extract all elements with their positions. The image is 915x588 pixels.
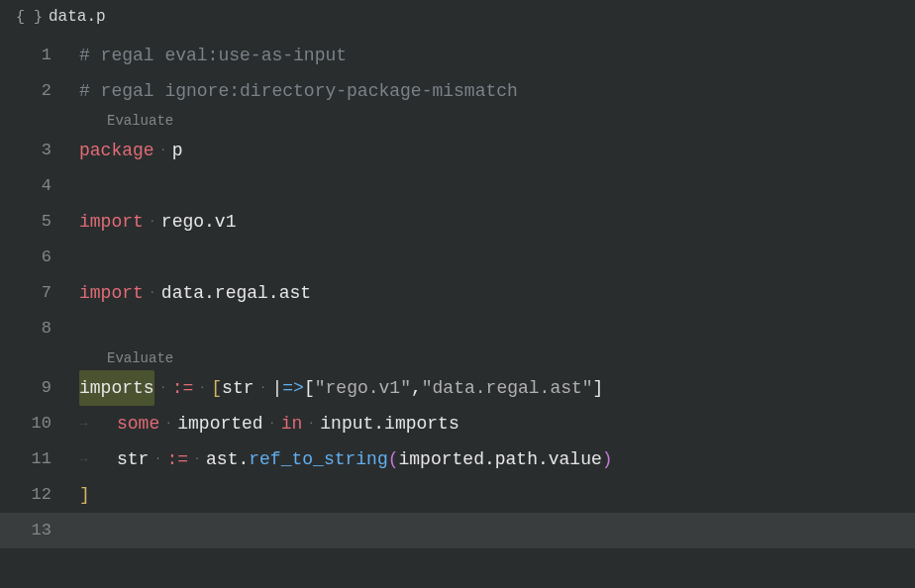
keyword-in: in bbox=[281, 406, 303, 441]
var: str bbox=[222, 370, 254, 406]
result-open: [ bbox=[304, 370, 315, 406]
braces-icon: { } bbox=[16, 9, 43, 26]
keyword-import: import bbox=[79, 275, 144, 311]
paren-close: ) bbox=[602, 441, 613, 477]
paren-open: ( bbox=[388, 441, 399, 477]
code-line: 1 # regal eval:use-as-input bbox=[0, 38, 915, 73]
line-number: 4 bbox=[0, 168, 79, 204]
bracket-close: ] bbox=[79, 477, 90, 513]
indent-guide: → bbox=[79, 441, 117, 477]
code-line: 6 bbox=[0, 240, 915, 275]
comment-text: # regal eval:use-as-input bbox=[79, 38, 347, 73]
keyword-import: import bbox=[79, 204, 144, 240]
file-tab[interactable]: { } data.p bbox=[8, 4, 114, 30]
indent-guide: → bbox=[79, 406, 117, 441]
code-line: 9 imports · := · [str · | => ["rego.v1",… bbox=[0, 370, 915, 406]
import-path: data.regal.ast bbox=[161, 275, 311, 311]
bracket-open: [ bbox=[211, 370, 222, 406]
line-number: 1 bbox=[0, 38, 79, 73]
ref: input.imports bbox=[320, 406, 458, 441]
tab-bar: { } data.p bbox=[0, 0, 915, 34]
assign-op: := bbox=[172, 370, 194, 406]
keyword-some: some bbox=[117, 406, 159, 441]
code-line-current: 13 bbox=[0, 513, 915, 548]
codelens-row: Evaluate bbox=[0, 109, 915, 133]
code-line: 3 package · p bbox=[0, 133, 915, 168]
line-number: 6 bbox=[0, 240, 79, 275]
obj-ref: ast. bbox=[206, 441, 249, 477]
codelens-evaluate[interactable]: Evaluate bbox=[79, 346, 173, 370]
line-number: 7 bbox=[0, 275, 79, 311]
rule-name: imports bbox=[79, 370, 154, 406]
line-number: 5 bbox=[0, 204, 79, 240]
code-line: 7 import · data.regal.ast bbox=[0, 275, 915, 311]
tab-filename: data.p bbox=[49, 8, 106, 26]
line-number: 3 bbox=[0, 133, 79, 168]
code-line: 5 import · rego.v1 bbox=[0, 204, 915, 240]
result-string: "rego.v1" bbox=[315, 370, 411, 406]
line-number: 11 bbox=[0, 441, 79, 477]
var: imported bbox=[177, 406, 262, 441]
result-close: ] bbox=[593, 370, 604, 406]
function-call: ref_to_string bbox=[249, 441, 387, 477]
package-name: p bbox=[172, 133, 183, 168]
line-number: 10 bbox=[0, 406, 79, 441]
arrow: => bbox=[282, 370, 304, 406]
import-path: rego.v1 bbox=[161, 204, 237, 240]
codelens-evaluate[interactable]: Evaluate bbox=[79, 109, 173, 133]
line-number: 9 bbox=[0, 370, 79, 406]
assign-op: := bbox=[166, 441, 188, 477]
code-editor[interactable]: 1 # regal eval:use-as-input 2 # regal ig… bbox=[0, 34, 915, 548]
keyword-package: package bbox=[79, 133, 154, 168]
code-line: 11 →str · := · ast.ref_to_string(importe… bbox=[0, 441, 915, 477]
code-line: 4 bbox=[0, 168, 915, 204]
var: str bbox=[117, 441, 149, 477]
pipe: | bbox=[272, 370, 283, 406]
codelens-row: Evaluate bbox=[0, 346, 915, 370]
result-string: "data.regal.ast" bbox=[422, 370, 593, 406]
code-line: 12 ] bbox=[0, 477, 915, 513]
comma: , bbox=[411, 370, 422, 406]
line-number: 13 bbox=[0, 513, 79, 548]
comment-text: # regal ignore:directory-package-mismatc… bbox=[79, 73, 518, 109]
code-line: 8 bbox=[0, 311, 915, 346]
line-number: 8 bbox=[0, 311, 79, 346]
code-line: 10 →some · imported · in · input.imports bbox=[0, 406, 915, 441]
code-line: 2 # regal ignore:directory-package-misma… bbox=[0, 73, 915, 109]
arg: imported.path.value bbox=[399, 441, 602, 477]
line-number: 12 bbox=[0, 477, 79, 513]
line-number: 2 bbox=[0, 73, 79, 109]
